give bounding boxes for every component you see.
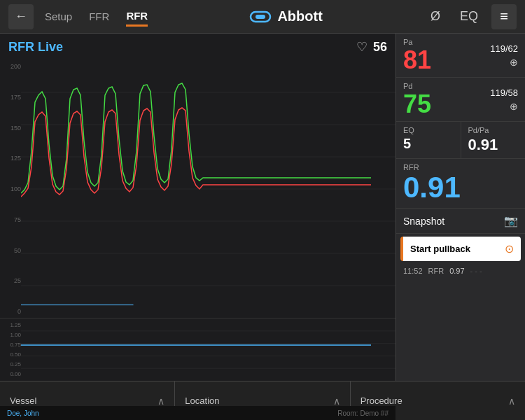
pa-value: 81 <box>403 46 431 74</box>
chart-title: RFR Live <box>8 40 63 55</box>
pd-value: 75 <box>403 90 431 118</box>
log-dashes: - - - <box>470 267 482 275</box>
pd-right: 119/58 ⊕ <box>490 88 518 112</box>
patient-info-bar: Doe, John Room: Demo ## <box>0 406 396 420</box>
pd-sensor-icon[interactable]: ⊕ <box>510 101 518 112</box>
mini-svg-container <box>21 318 396 381</box>
bpm-value: 56 <box>373 40 387 55</box>
log-type: RFR <box>428 267 444 275</box>
main-chart-area: 200 175 150 125 100 75 50 25 0 <box>0 60 396 318</box>
chart-svg-container <box>21 60 396 318</box>
svg-rect-1 <box>255 15 265 19</box>
heart-icon[interactable]: ♡ <box>356 39 368 55</box>
back-icon: ← <box>15 9 27 24</box>
tab-setup[interactable]: Setup <box>45 8 72 25</box>
pa-secondary: 119/62 <box>490 43 518 54</box>
mini-y-label-075: 0.75 <box>1 342 21 348</box>
pa-left: Pa 81 <box>403 38 431 73</box>
y-axis: 200 175 150 125 100 75 50 25 0 <box>0 60 21 318</box>
rfr-value: 0.91 <box>403 172 518 204</box>
eq-button[interactable]: EQ <box>458 6 480 28</box>
vessel-chevron-icon: ∧ <box>158 396 164 407</box>
main-content: RFR Live ♡ 56 200 175 150 125 100 75 50 … <box>0 34 525 381</box>
mini-y-label-025: 0.25 <box>1 361 21 368</box>
patient-name: Doe, John <box>7 410 39 417</box>
mini-chart-area: 1.25 1.00 0.75 0.50 0.25 0.00 <box>0 318 396 381</box>
snapshot-row: Snapshot 📷 <box>396 209 525 234</box>
pd-metric-box: Pd 75 119/58 ⊕ <box>396 78 525 122</box>
top-navigation: ← Setup FFR RFR Abbott Ø EQ ≡ <box>0 0 525 34</box>
chart-header: RFR Live ♡ 56 <box>0 34 396 60</box>
y-label-25: 25 <box>1 277 21 284</box>
brand-name: Abbott <box>277 8 322 24</box>
mini-y-label-125: 1.25 <box>1 322 21 328</box>
log-value: 0.97 <box>449 267 464 275</box>
waveform-chart <box>21 60 396 318</box>
start-pullback-button[interactable]: Start pullback ⊙ <box>400 237 521 261</box>
abbott-logo-icon <box>249 9 272 24</box>
nav-tabs: Setup FFR RFR <box>45 7 148 27</box>
right-panel: Pa 81 119/62 ⊕ Pd 75 119/58 ⊕ EQ 5 <box>396 34 525 381</box>
ratio-chart <box>21 318 396 381</box>
pullback-label: Start pullback <box>410 244 470 254</box>
log-time: 11:52 <box>403 267 423 275</box>
y-label-150: 150 <box>1 125 21 132</box>
pd-secondary: 119/58 <box>490 88 518 98</box>
pa-metric-box: Pa 81 119/62 ⊕ <box>396 34 525 78</box>
nav-right-controls: Ø EQ ≡ <box>424 4 517 29</box>
log-row: 11:52 RFR 0.97 - - - <box>396 264 525 278</box>
mini-y-label-000: 0.00 <box>1 371 21 377</box>
procedure-chevron-icon: ∧ <box>508 396 515 407</box>
mini-y-label-100: 1.00 <box>1 332 21 338</box>
pdpa-cell: Pd/Pa 0.91 <box>461 122 526 158</box>
eq-value: 5 <box>403 136 454 152</box>
eq-pdpa-row: EQ 5 Pd/Pa 0.91 <box>396 122 525 159</box>
procedure-label: Procedure <box>360 396 402 406</box>
location-label: Location <box>185 396 219 406</box>
pd-left: Pd 75 <box>403 82 431 117</box>
y-label-125: 125 <box>1 155 21 162</box>
menu-button[interactable]: ≡ <box>491 4 517 29</box>
y-label-50: 50 <box>1 247 21 254</box>
tab-ffr[interactable]: FFR <box>89 8 109 25</box>
room-info: Room: Demo ## <box>337 410 388 417</box>
mini-y-axis: 1.25 1.00 0.75 0.50 0.25 0.00 <box>0 318 21 381</box>
eq-label: EQ <box>403 126 454 134</box>
y-label-100: 100 <box>1 186 21 192</box>
mini-y-label-050: 0.50 <box>1 351 21 358</box>
vessel-label: Vessel <box>10 396 36 406</box>
pdpa-label: Pd/Pa <box>468 126 519 134</box>
rfr-box: RFR 0.91 <box>396 159 525 209</box>
location-chevron-icon: ∧ <box>333 396 340 407</box>
y-label-200: 200 <box>1 63 21 70</box>
pdpa-value: 0.91 <box>468 136 519 154</box>
camera-icon[interactable]: 📷 <box>504 214 518 227</box>
pa-right: 119/62 ⊕ <box>490 43 518 68</box>
pa-sensor-icon[interactable]: ⊕ <box>510 57 518 68</box>
y-label-0: 0 <box>1 308 21 315</box>
brand-logo: Abbott <box>249 8 322 24</box>
y-label-175: 175 <box>1 94 21 101</box>
zero-button[interactable]: Ø <box>424 6 447 28</box>
tab-rfr[interactable]: RFR <box>126 7 148 27</box>
back-button[interactable]: ← <box>8 4 34 29</box>
chart-panel: RFR Live ♡ 56 200 175 150 125 100 75 50 … <box>0 34 396 381</box>
snapshot-label: Snapshot <box>403 216 444 227</box>
eq-cell: EQ 5 <box>396 122 461 158</box>
chart-header-right: ♡ 56 <box>356 39 387 55</box>
y-label-75: 75 <box>1 216 21 223</box>
pullback-record-icon: ⊙ <box>505 242 514 255</box>
